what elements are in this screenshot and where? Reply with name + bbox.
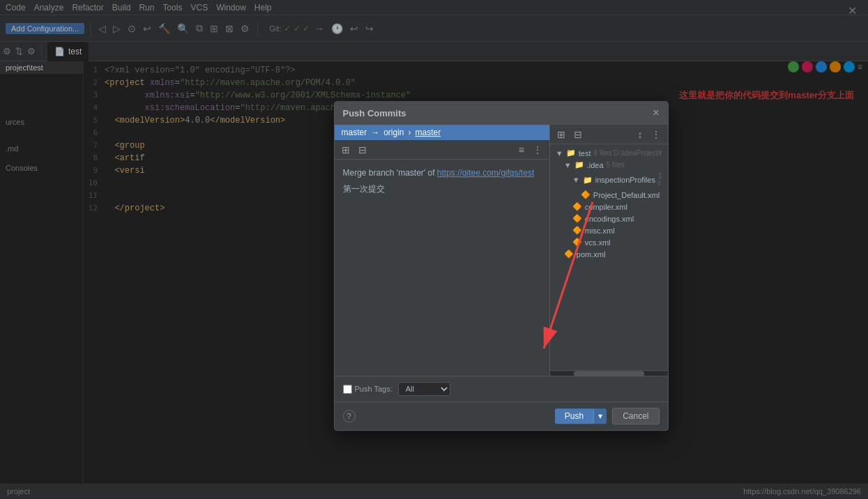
file-icon-compiler: 🔶 xyxy=(572,202,582,211)
commit-item-2: 第一次提交 xyxy=(335,181,549,198)
idea-folder-icon: 📁 xyxy=(574,160,584,169)
modal-close-button[interactable]: × xyxy=(653,107,659,118)
push-button-group: Push ▾ xyxy=(555,408,607,424)
push-commits-modal: Push Commits × master → origin › master … xyxy=(334,101,669,431)
branch-from: master xyxy=(342,128,367,137)
tree-encodings: 🔶 encodings.xml xyxy=(550,213,668,224)
encodings-label: encodings.xml xyxy=(585,215,634,223)
commit-link[interactable]: https://gitee.com/gifqs/test xyxy=(437,168,534,178)
pom-label: pom.xml xyxy=(577,250,606,259)
tree-vcs: 🔶 vcs.xml xyxy=(550,236,668,248)
compiler-label: compiler.xml xyxy=(585,203,627,211)
modal-left-pane: master → origin › master ⊞ ⊟ ≡ ⋮ xyxy=(335,125,550,376)
tree-expand-icon: ▼ xyxy=(556,149,563,158)
modal-body: master → origin › master ⊞ ⊟ ≡ ⋮ xyxy=(335,125,668,376)
scrollbar-thumb xyxy=(574,371,644,376)
file-icon-misc: 🔶 xyxy=(572,226,582,235)
file-icon-project: 🔶 xyxy=(581,190,591,199)
file-icon-encodings: 🔶 xyxy=(572,214,582,223)
branch-to: master xyxy=(416,128,441,137)
tree-pom: 🔶 pom.xml xyxy=(550,248,668,260)
branch-separator: › xyxy=(409,128,411,137)
push-dropdown-button[interactable]: ▾ xyxy=(593,408,607,424)
help-button[interactable]: ? xyxy=(343,410,356,422)
tree-root: ▼ 📁 test 6 files D:\IdeaProject\t xyxy=(550,147,668,159)
branch-remote: origin xyxy=(383,128,404,137)
filter-tree-button[interactable]: ⋮ xyxy=(648,128,664,141)
file-tree-toolbar: ⊞ ⊟ ↕ ⋮ xyxy=(550,125,668,144)
push-tags-checkbox[interactable] xyxy=(343,385,352,394)
list-view-button[interactable]: ≡ xyxy=(516,143,527,157)
modal-title: Push Commits xyxy=(343,108,406,118)
push-tags-select[interactable]: All None xyxy=(398,382,450,396)
commit-item-1: Merge branch 'master' of https://gitee.c… xyxy=(335,165,549,181)
folder-icon: 📁 xyxy=(566,148,576,158)
tree-idea-folder: ▼ 📁 .idea 5 files xyxy=(550,159,668,171)
horizontal-scrollbar[interactable] xyxy=(550,370,668,376)
branch-bar: master → origin › master xyxy=(335,125,549,140)
tree-inspection-folder: ▼ 📁 inspectionProfiles 1 f xyxy=(550,171,668,189)
idea-expand-icon: ▼ xyxy=(564,161,572,169)
tree-root-label: test xyxy=(579,149,591,158)
file-icon-vcs: 🔶 xyxy=(572,238,582,247)
cancel-button[interactable]: Cancel xyxy=(612,408,659,424)
commit-list: Merge branch 'master' of https://gitee.c… xyxy=(335,160,549,376)
modal-right-pane: ⊞ ⊟ ↕ ⋮ ▼ 📁 test 6 files D:\IdeaProject\… xyxy=(550,125,668,376)
modal-footer: Push Tags: All None xyxy=(335,376,668,401)
expand-tree-button[interactable]: ⊞ xyxy=(554,128,568,141)
modal-header: Push Commits × xyxy=(335,102,668,125)
expand-all-button[interactable]: ⊞ xyxy=(339,143,353,157)
tree-root-count: 6 files D:\IdeaProject\t xyxy=(593,149,662,157)
collapse-all-button[interactable]: ⊟ xyxy=(356,143,370,157)
modal-buttons: ? Push ▾ Cancel xyxy=(335,401,668,430)
inspection-folder-icon: 📁 xyxy=(583,176,593,185)
tree-project-default: 🔶 Project_Default.xml xyxy=(550,189,668,201)
collapse-tree-button[interactable]: ⊟ xyxy=(571,128,585,141)
tree-view-button[interactable]: ⋮ xyxy=(530,143,545,157)
vcs-label: vcs.xml xyxy=(585,238,611,247)
inspection-count: 1 f xyxy=(658,172,662,187)
sort-tree-button[interactable]: ↕ xyxy=(635,128,646,141)
inspection-expand-icon: ▼ xyxy=(572,176,580,184)
inspection-label: inspectionProfiles xyxy=(595,176,655,184)
idea-count: 5 files xyxy=(607,161,625,169)
file-icon-pom: 🔶 xyxy=(564,250,574,259)
idea-label: .idea xyxy=(587,161,604,169)
tree-misc: 🔶 misc.xml xyxy=(550,224,668,236)
modal-overlay: Push Commits × master → origin › master … xyxy=(0,0,868,499)
branch-arrow-icon: → xyxy=(371,128,379,137)
project-default-label: Project_Default.xml xyxy=(593,191,660,199)
push-tags-checkbox-group: Push Tags: xyxy=(343,385,393,394)
misc-label: misc.xml xyxy=(585,227,615,235)
push-tags-label: Push Tags: xyxy=(355,385,393,393)
commit-list-toolbar: ⊞ ⊟ ≡ ⋮ xyxy=(335,140,549,160)
file-tree: ▼ 📁 test 6 files D:\IdeaProject\t ▼ 📁 .i… xyxy=(550,144,668,370)
tree-compiler: 🔶 compiler.xml xyxy=(550,201,668,213)
push-button[interactable]: Push xyxy=(555,408,593,424)
